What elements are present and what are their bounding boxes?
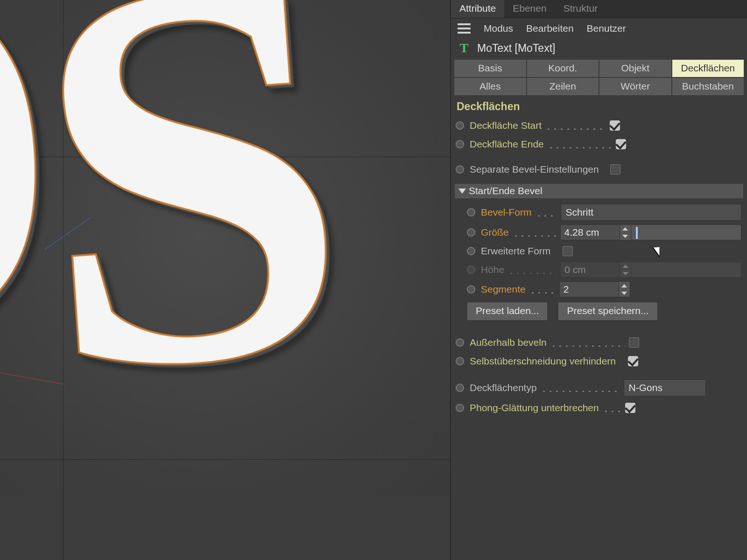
- dots-filler: [513, 228, 557, 237]
- slider-groesse[interactable]: [631, 224, 741, 240]
- checkbox-deckflaeche-ende[interactable]: [616, 139, 626, 149]
- section-title: Deckflächen: [451, 100, 747, 117]
- subtab-basis[interactable]: Basis: [454, 59, 527, 77]
- row-deckflaeche-ende: Deckfläche Ende: [451, 135, 747, 153]
- tab-ebenen[interactable]: Ebenen: [504, 0, 555, 18]
- motext-icon: T: [458, 42, 471, 55]
- spinner-hoehe: [620, 262, 631, 278]
- group-title: Start/Ende Bevel: [469, 185, 543, 196]
- label-ausserhalb: Außerhalb beveln: [470, 337, 547, 348]
- anim-dot-icon[interactable]: [467, 285, 475, 294]
- dots-filler: [536, 208, 557, 217]
- label-hoehe: Höhe: [481, 264, 504, 275]
- checkbox-separate-bevel[interactable]: [610, 164, 620, 175]
- spinner-segmente[interactable]: [619, 281, 630, 297]
- checkbox-ausserhalb[interactable]: [629, 337, 639, 348]
- checkbox-selbstueberschneidung[interactable]: [628, 356, 638, 366]
- row-phong: Phong-Glättung unterbrechen: [451, 399, 747, 417]
- row-bevel-form: Bevel-Form Schritt: [451, 202, 747, 223]
- dots-filler: [603, 404, 621, 412]
- subtab-buchstaben[interactable]: Buchstaben: [672, 77, 745, 96]
- dropdown-deckflaechentyp[interactable]: N-Gons: [624, 379, 706, 396]
- 3d-letter-s: S: [15, 0, 365, 498]
- row-groesse: Größe 4.28 cm: [451, 223, 747, 242]
- tab-struktur[interactable]: Struktur: [555, 0, 606, 18]
- row-deckflaeche-start: Deckfläche Start: [451, 117, 747, 134]
- object-subtabs: Basis Koord. Objekt Deckflächen Alles Ze…: [454, 59, 744, 96]
- dropdown-bevel-form[interactable]: Schritt: [561, 204, 741, 221]
- dots-filler: [529, 285, 556, 294]
- caret-down-icon: [458, 189, 466, 194]
- slider-hoehe: [631, 262, 741, 278]
- subtab-alles[interactable]: Alles: [454, 77, 527, 96]
- label-deckflaeche-ende: Deckfläche Ende: [470, 139, 544, 150]
- subtab-koord[interactable]: Koord.: [527, 59, 599, 77]
- spinner-groesse[interactable]: [620, 224, 631, 240]
- dots-filler: [541, 384, 620, 392]
- app-root: D S ▲ Attribute Ebenen Struktur Modus Be…: [0, 0, 747, 560]
- input-hoehe: 0 cm: [560, 262, 620, 278]
- subtab-objekt[interactable]: Objekt: [599, 59, 672, 77]
- row-selbstueberschneidung: Selbstüberschneidung verhindern: [451, 352, 747, 370]
- preset-buttons: Preset laden... Preset speichern...: [451, 299, 747, 326]
- tab-attribute[interactable]: Attribute: [451, 0, 504, 18]
- dots-filler: [545, 121, 606, 130]
- viewport-3d[interactable]: D S ▲: [0, 0, 450, 560]
- menu-benutzer[interactable]: Benutzer: [587, 23, 626, 34]
- hamburger-icon[interactable]: [458, 23, 471, 34]
- anim-dot-icon[interactable]: [467, 247, 475, 255]
- attribute-panel: Attribute Ebenen Struktur Modus Bearbeit…: [450, 0, 747, 560]
- anim-dot-icon[interactable]: [456, 404, 464, 412]
- anim-dot-icon[interactable]: [467, 208, 475, 217]
- label-bevel-form: Bevel-Form: [481, 207, 532, 218]
- anim-dot-icon[interactable]: [456, 357, 464, 365]
- input-segmente[interactable]: 2: [559, 281, 619, 297]
- checkbox-phong[interactable]: [625, 403, 635, 413]
- anim-dot-icon[interactable]: [456, 165, 464, 174]
- row-deckflaechentyp: Deckflächentyp N-Gons: [451, 378, 747, 398]
- menu-modus[interactable]: Modus: [484, 23, 513, 34]
- group-header-bevel[interactable]: Start/Ende Bevel: [455, 184, 743, 198]
- anim-dot-icon[interactable]: [456, 121, 464, 130]
- label-separate-bevel: Separate Bevel-Einstellungen: [470, 164, 599, 175]
- label-erweiterte-form: Erweiterte Form: [481, 245, 550, 257]
- object-header: T MoText [MoText]: [451, 39, 747, 59]
- dots-filler: [508, 266, 557, 274]
- row-ausserhalb-beveln: Außerhalb beveln: [451, 334, 747, 351]
- menu-bearbeiten[interactable]: Bearbeiten: [526, 23, 574, 34]
- row-erweiterte-form: Erweiterte Form: [451, 242, 747, 260]
- dots-filler: [550, 338, 625, 347]
- anim-dot-icon[interactable]: [456, 140, 464, 148]
- button-preset-laden[interactable]: Preset laden...: [467, 302, 548, 321]
- 3d-letter-fragment: ▲: [402, 419, 450, 560]
- object-name[interactable]: MoText [MoText]: [477, 42, 555, 55]
- anim-dot-icon[interactable]: [456, 384, 464, 392]
- bevel-group: Bevel-Form Schritt Größe 4.28 cm: [451, 202, 747, 326]
- label-phong: Phong-Glättung unterbrechen: [470, 402, 599, 413]
- anim-dot-icon[interactable]: [467, 228, 475, 237]
- subtab-deckflaechen[interactable]: Deckflächen: [672, 59, 745, 77]
- label-segmente: Segmente: [481, 284, 526, 295]
- row-separate-bevel: Separate Bevel-Einstellungen: [451, 161, 747, 178]
- button-preset-speichern[interactable]: Preset speichern...: [558, 302, 657, 321]
- label-groesse: Größe: [481, 227, 509, 238]
- subtab-woerter[interactable]: Wörter: [599, 77, 672, 96]
- input-groesse[interactable]: 4.28 cm: [560, 224, 620, 240]
- label-selbstueberschneidung: Selbstüberschneidung verhindern: [470, 356, 616, 367]
- row-hoehe: Höhe 0 cm: [451, 260, 747, 280]
- slider-thumb-icon: [636, 227, 638, 239]
- label-deckflaechentyp: Deckflächentyp: [470, 382, 537, 393]
- row-segmente: Segmente 2: [451, 280, 747, 299]
- anim-dot-icon[interactable]: [456, 338, 464, 347]
- checkbox-erweiterte-form[interactable]: [563, 246, 573, 256]
- label-deckflaeche-start: Deckfläche Start: [470, 120, 542, 131]
- checkbox-deckflaeche-start[interactable]: [610, 120, 620, 131]
- dots-filler: [548, 140, 612, 148]
- subtab-zeilen[interactable]: Zeilen: [527, 77, 599, 96]
- attribute-toolbar: Modus Bearbeiten Benutzer: [451, 18, 747, 39]
- panel-tabs: Attribute Ebenen Struktur: [451, 0, 747, 18]
- anim-dot-icon: [467, 266, 475, 274]
